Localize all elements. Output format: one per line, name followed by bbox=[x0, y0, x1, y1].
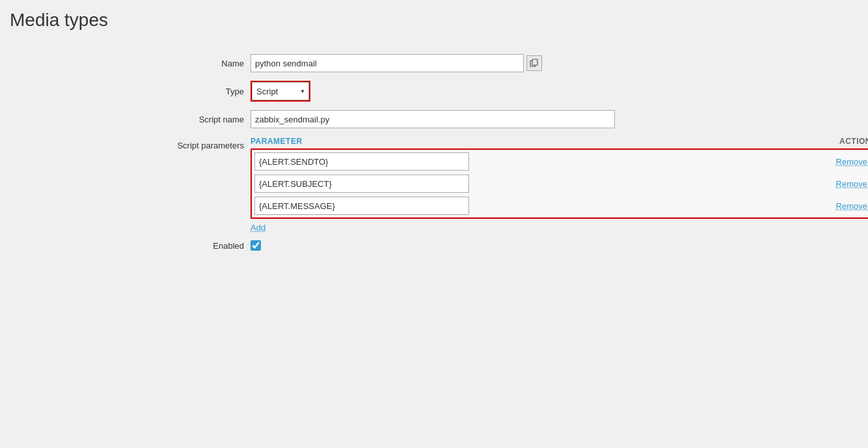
remove-button-2[interactable]: Remove bbox=[836, 179, 867, 189]
enabled-label: Enabled bbox=[10, 241, 251, 251]
type-select-wrapper: Script Email SMS Jabber Ez Texting bbox=[252, 82, 309, 100]
copy-icon[interactable] bbox=[526, 55, 542, 71]
action-column-header: ACTION bbox=[839, 137, 868, 146]
script-name-label: Script name bbox=[10, 115, 251, 124]
script-name-input[interactable] bbox=[251, 110, 615, 128]
param-row-2: Remove bbox=[254, 175, 867, 193]
name-label: Name bbox=[10, 59, 251, 68]
param-input-3[interactable] bbox=[254, 197, 469, 215]
param-input-2[interactable] bbox=[254, 175, 469, 193]
svg-rect-1 bbox=[532, 59, 537, 65]
enabled-checkbox[interactable] bbox=[251, 240, 261, 251]
script-params-label: Script parameters bbox=[10, 137, 251, 150]
param-input-1[interactable] bbox=[254, 152, 469, 171]
script-params-section: PARAMETER ACTION Remove Remove bbox=[251, 137, 868, 232]
type-select-highlight: Script Email SMS Jabber Ez Texting bbox=[251, 81, 310, 102]
param-row-1: Remove bbox=[254, 152, 867, 171]
script-params-row: Script parameters PARAMETER ACTION Remov… bbox=[10, 137, 858, 232]
params-column-headers: PARAMETER ACTION bbox=[251, 137, 868, 146]
script-name-row: Script name bbox=[10, 109, 858, 129]
enabled-row: Enabled bbox=[10, 240, 858, 251]
page-title: Media types bbox=[10, 7, 858, 34]
remove-button-3[interactable]: Remove bbox=[836, 201, 867, 211]
page-container: Media types Name Type bbox=[0, 0, 868, 448]
type-control: Script Email SMS Jabber Ez Texting bbox=[251, 81, 310, 102]
param-column-header: PARAMETER bbox=[251, 137, 472, 146]
form-container: Name Type Script Emai bbox=[10, 47, 858, 257]
script-name-control bbox=[251, 110, 615, 128]
param-row-3: Remove bbox=[254, 197, 867, 215]
name-input[interactable] bbox=[251, 54, 524, 72]
add-parameter-link[interactable]: Add bbox=[251, 223, 868, 232]
type-label: Type bbox=[10, 87, 251, 96]
name-control bbox=[251, 54, 542, 72]
params-highlighted-box: Remove Remove Remove bbox=[251, 148, 868, 219]
type-row: Type Script Email SMS Jabber Ez Texting bbox=[10, 81, 858, 102]
remove-button-1[interactable]: Remove bbox=[836, 157, 867, 167]
name-row: Name bbox=[10, 53, 858, 73]
type-select[interactable]: Script Email SMS Jabber Ez Texting bbox=[252, 82, 309, 100]
